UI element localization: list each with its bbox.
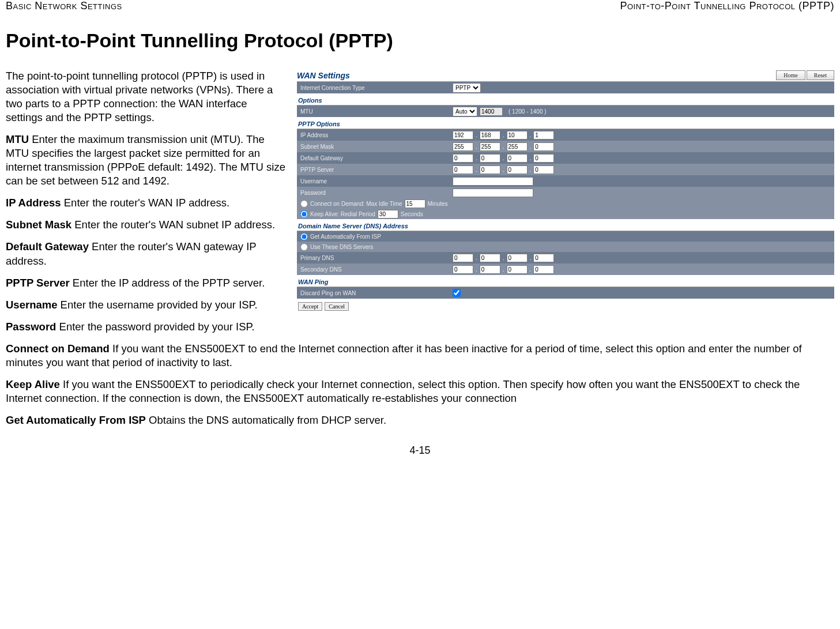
ss-pdns-label: Primary DNS: [297, 255, 453, 261]
intro-text: The point-to-point tunnelling protocol (…: [6, 69, 285, 125]
ss-ip-label: IP Address: [297, 132, 453, 138]
ps-field-1[interactable]: [453, 165, 473, 174]
ss-dns-auto: Get Automatically From ISP: [310, 233, 381, 240]
keepalive-label: Keep Alive: [6, 378, 60, 390]
discard-ping-checkbox[interactable]: [453, 289, 461, 297]
ps-field-3[interactable]: [507, 165, 528, 174]
ss-cod-label: Connect on Demand: Max Idle Time: [310, 201, 402, 207]
ip-field-4[interactable]: [533, 131, 554, 140]
ss-cod-unit: Minutes: [428, 201, 448, 207]
sdns-field-4[interactable]: [533, 265, 554, 274]
header-left: Basic Network Settings: [6, 0, 122, 12]
sm-field-4[interactable]: [533, 142, 554, 151]
ss-dns-use: Use These DNS Servers: [310, 244, 373, 250]
ip-field-1[interactable]: [453, 131, 473, 140]
sdns-field-1[interactable]: [453, 265, 473, 274]
ip-field-2[interactable]: [480, 131, 500, 140]
ss-ka-unit: Seconds: [401, 211, 423, 217]
dns-auto-radio[interactable]: [300, 233, 308, 240]
getauto-label: Get Automatically From ISP: [6, 414, 146, 426]
username-desc: Username Enter the username provided by …: [6, 298, 285, 312]
password-text: Enter the password provided by your ISP.: [56, 321, 254, 333]
pdns-field-2[interactable]: [480, 254, 500, 262]
getauto-desc: Get Automatically From ISP Obtains the D…: [6, 413, 834, 427]
ss-wanping: WAN Ping: [297, 275, 834, 287]
sdns-field-2[interactable]: [480, 265, 500, 274]
ss-sm-label: Subnet Mask: [297, 144, 453, 150]
username-text: Enter the username provided by your ISP.: [57, 299, 257, 311]
cod-value-input[interactable]: [405, 199, 425, 208]
ss-pw-label: Password: [297, 190, 453, 196]
ss-sdns-label: Secondary DNS: [297, 266, 453, 273]
password-field[interactable]: [453, 189, 533, 197]
ss-ps-label: PPTP Server: [297, 167, 453, 173]
dg-field-3[interactable]: [507, 154, 528, 163]
password-label: Password: [6, 321, 56, 333]
page-title: Point-to-Point Tunnelling Protocol (PPTP…: [6, 29, 834, 52]
header-right: Point-to-Point Tunnelling Protocol (PPTP…: [620, 0, 834, 12]
ss-un-label: Username: [297, 178, 453, 184]
dg-field-4[interactable]: [533, 154, 554, 163]
ip-text: Enter the router's WAN IP address.: [61, 197, 229, 209]
ss-mtu-label: MTU: [297, 108, 453, 115]
home-button[interactable]: Home: [776, 70, 805, 80]
pdns-field-4[interactable]: [533, 254, 554, 262]
mtu-desc: MTU Enter the maximum transmission unit …: [6, 133, 285, 188]
ss-dg-label: Default Gateway: [297, 155, 453, 161]
ss-options: Options: [297, 93, 834, 106]
ss-ka-label: Keep Alive: Redial Period: [310, 211, 375, 217]
ss-discard-label: Discard Ping on WAN: [297, 290, 453, 296]
ip-field-3[interactable]: [507, 131, 528, 140]
cod-radio[interactable]: [300, 200, 308, 208]
ip-label: IP Address: [6, 197, 61, 209]
ss-pptp-options: PPTP Options: [297, 117, 834, 129]
dg-field-1[interactable]: [453, 154, 473, 163]
gateway-desc: Default Gateway Enter the router's WAN g…: [6, 240, 285, 268]
cod-desc: Connect on Demand If you want the ENS500…: [6, 342, 834, 370]
gateway-label: Default Gateway: [6, 240, 89, 253]
pptpserver-desc: PPTP Server Enter the IP address of the …: [6, 276, 285, 290]
cod-text: If you want the ENS500EXT to end the Int…: [6, 342, 802, 368]
ps-field-2[interactable]: [480, 165, 500, 174]
keepalive-text: If you want the ENS500EXT to periodicall…: [6, 378, 800, 404]
mtu-mode-select[interactable]: Auto: [453, 107, 477, 116]
ps-field-4[interactable]: [533, 165, 554, 174]
cod-label: Connect on Demand: [6, 342, 110, 355]
ss-wan-title: WAN Settings: [297, 71, 350, 80]
pdns-field-1[interactable]: [453, 254, 473, 262]
screenshot-panel: WAN Settings Home Reset Internet Connect…: [297, 69, 834, 320]
mtu-text: Enter the maximum transmission unit (MTU…: [6, 133, 285, 187]
sdns-field-3[interactable]: [507, 265, 528, 274]
username-label: Username: [6, 299, 57, 311]
subnet-desc: Subnet Mask Enter the router's WAN subne…: [6, 218, 285, 232]
username-field[interactable]: [453, 177, 533, 186]
mtu-label: MTU: [6, 133, 29, 145]
pdns-field-3[interactable]: [507, 254, 528, 262]
getauto-text: Obtains the DNS automatically from DHCP …: [146, 414, 386, 426]
ka-value-input[interactable]: [378, 210, 398, 219]
cancel-button[interactable]: Cancel: [325, 302, 349, 311]
subnet-text: Enter the router's WAN subnet IP address…: [71, 219, 275, 231]
ict-select[interactable]: PPTP: [453, 83, 481, 93]
sm-field-3[interactable]: [507, 142, 528, 151]
sm-field-2[interactable]: [480, 142, 500, 151]
keepalive-desc: Keep Alive If you want the ENS500EXT to …: [6, 378, 834, 405]
subnet-label: Subnet Mask: [6, 219, 71, 231]
mtu-value-input[interactable]: [480, 107, 503, 116]
pptpserver-label: PPTP Server: [6, 277, 70, 289]
ss-dns-title: Domain Name Server (DNS) Address: [297, 219, 834, 231]
ss-mtu-hint: ( 1200 - 1400 ): [505, 108, 547, 115]
dns-use-radio[interactable]: [300, 243, 308, 251]
reset-button[interactable]: Reset: [807, 70, 834, 80]
ka-radio[interactable]: [300, 210, 308, 218]
ip-desc: IP Address Enter the router's WAN IP add…: [6, 196, 285, 210]
dg-field-2[interactable]: [480, 154, 500, 163]
accept-button[interactable]: Accept: [298, 302, 322, 311]
page-number: 4-15: [6, 445, 834, 457]
pptpserver-text: Enter the IP address of the PPTP server.: [70, 277, 265, 289]
ss-ict-label: Internet Connection Type: [297, 85, 453, 91]
password-desc: Password Enter the password provided by …: [6, 320, 834, 334]
sm-field-1[interactable]: [453, 142, 473, 151]
